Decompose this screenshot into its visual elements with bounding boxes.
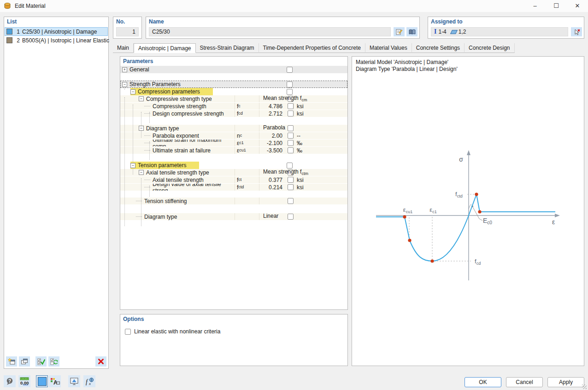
parameter-row[interactable]: Parabola exponent nc 2.00 -- [120,132,347,140]
toggle-checks-button[interactable] [48,356,59,367]
parameter-row[interactable]: Design compressive strength fcd 2.712 ks… [120,110,347,117]
select-objects-button[interactable] [571,27,582,36]
apply-button[interactable]: Apply [547,377,584,387]
material-list: 1 C25/30 | Anisotropic | Damage 2 B500S(… [5,27,108,45]
parameter-checkbox[interactable] [288,103,294,109]
list-label: List [7,18,17,25]
parameter-checkbox[interactable] [288,140,294,146]
parameter-row[interactable]: + General [120,66,347,73]
parameter-symbol [235,88,259,95]
tree-expander-icon[interactable]: − [130,163,135,168]
display-properties-button[interactable]: A [49,375,61,387]
parameter-row[interactable]: Diagram type Linear [120,213,347,221]
rendering-preview-button[interactable] [68,375,80,387]
parameter-row[interactable]: − Diagram type Parabola [120,125,347,132]
parameter-row[interactable]: − Compressive strength type Mean strengt… [120,95,347,103]
tree-expander-icon[interactable]: − [130,89,135,94]
linear-elastic-checkbox[interactable] [125,329,131,335]
copy-material-button[interactable] [19,356,30,367]
parameter-row[interactable]: Design value of axial tensile streng... … [120,184,347,191]
material-name-field[interactable]: C25/30 [149,27,391,36]
material-number-field[interactable]: 1 [116,27,139,36]
edit-comment-button[interactable] [394,27,405,36]
parameter-checkbox[interactable] [288,147,294,153]
parameter-checkbox[interactable] [288,198,294,204]
parameter-checkbox[interactable] [288,214,294,220]
tree-expander-icon[interactable]: − [122,82,127,87]
tab-concrete-design[interactable]: Concrete Design [465,43,514,53]
tab-anisotropic-damage[interactable]: Anisotropic | Damage [134,43,196,53]
minimize-button[interactable]: – [524,0,546,12]
tree-expander-icon[interactable]: − [139,96,144,101]
parameter-row[interactable]: Compressive strength fc 4.786 ksi [120,103,347,110]
tab-time-dependent-properties[interactable]: Time-Dependent Properties of Concrete [259,43,365,53]
parameter-row[interactable]: Ultimate strain at failure εcu1 -3.500 ‰ [120,147,347,154]
parameter-row[interactable]: − Axial tensile strength type Mean stren… [120,169,347,176]
delete-material-button[interactable] [95,356,106,367]
parameter-row[interactable]: Ultimate strain for maximum comp... εc1 … [120,140,347,147]
parameter-checkbox[interactable] [287,163,293,169]
resize-grip[interactable] [582,384,587,389]
parameter-value [259,81,293,88]
tree-expander-icon[interactable] [144,180,150,180]
surface-icon [450,30,458,34]
units-settings-button[interactable]: 0.00 [18,375,30,387]
list-item-name: B500S(A) | Isotropic | Linear Elastic [22,37,109,44]
data-point [475,192,478,196]
parameter-checkbox[interactable] [287,67,293,73]
tree-expander-icon[interactable]: − [139,170,144,175]
select-all-checks-icon [37,358,45,365]
tree-expander-icon[interactable]: − [139,126,144,131]
parameter-checkbox[interactable] [288,133,294,139]
parameter-checkbox[interactable] [288,184,294,190]
list-item[interactable]: 1 C25/30 | Anisotropic | Damage [5,27,108,36]
parameter-value: Linear [259,213,294,220]
tab-material-values[interactable]: Material Values [365,43,412,53]
cancel-button[interactable]: Cancel [506,377,543,387]
list-item-name: C25/30 | Anisotropic | Damage [22,29,97,35]
tree-expander-icon[interactable] [136,201,142,201]
tree-spacer [120,73,347,81]
tree-expander-icon[interactable] [144,150,150,151]
parameter-checkbox[interactable] [288,125,294,131]
tree-expander-icon[interactable] [136,216,142,217]
tree-expander-icon[interactable] [144,106,150,106]
tab-concrete-settings[interactable]: Concrete Settings [412,43,465,53]
parameters-panel: Parameters + General − [120,56,348,310]
tree-expander-icon[interactable] [144,113,150,114]
formula-button[interactable]: f x [83,375,95,387]
parameter-row[interactable]: − Tension parameters [120,162,347,169]
tree-expander-icon[interactable] [144,135,150,136]
parameter-row[interactable]: − Compression parameters [120,88,347,95]
parameter-checkbox[interactable] [287,89,293,95]
parameter-checkbox[interactable] [288,177,294,183]
parameter-checkbox[interactable] [288,111,294,116]
maximize-button[interactable]: ☐ [546,0,567,12]
list-item[interactable]: 2 B500S(A) | Isotropic | Linear Elastic [5,36,108,45]
options-panel: Options Linear elastic with nonlinear cr… [120,314,348,366]
no-label: No. [116,18,125,25]
color-box-button[interactable] [36,375,48,387]
assigned-to-field[interactable]: I 1-4 1,2 [431,27,568,36]
cursor-deselect-icon [573,29,580,35]
tab-stress-strain-diagram[interactable]: Stress-Strain Diagram [196,43,259,53]
material-library-button[interactable] [406,27,417,36]
tree-expander-icon[interactable] [144,143,150,143]
help-button[interactable]: ? [4,375,16,387]
curve-points [403,192,481,262]
parameter-row[interactable]: Tension stiffening [120,198,347,205]
new-material-button[interactable] [6,356,17,367]
ok-button[interactable]: OK [465,377,501,387]
parameter-label: Axial tensile strength type [146,169,209,176]
select-all-checks-button[interactable] [35,356,47,367]
parameter-unit: ksi [294,111,347,117]
tree-expander-icon[interactable] [144,187,150,187]
parameter-row[interactable]: Axial tensile strength fct 0.377 ksi [120,176,347,184]
tree-expander-icon[interactable]: + [122,67,127,72]
member-icon: I [434,28,436,36]
parameter-row[interactable]: − Strength Parameters [120,81,347,88]
parameter-checkbox[interactable] [287,81,293,87]
parameter-symbol: fcd [235,110,259,117]
close-button[interactable]: ✕ [567,0,588,12]
tab-main[interactable]: Main [113,43,134,53]
